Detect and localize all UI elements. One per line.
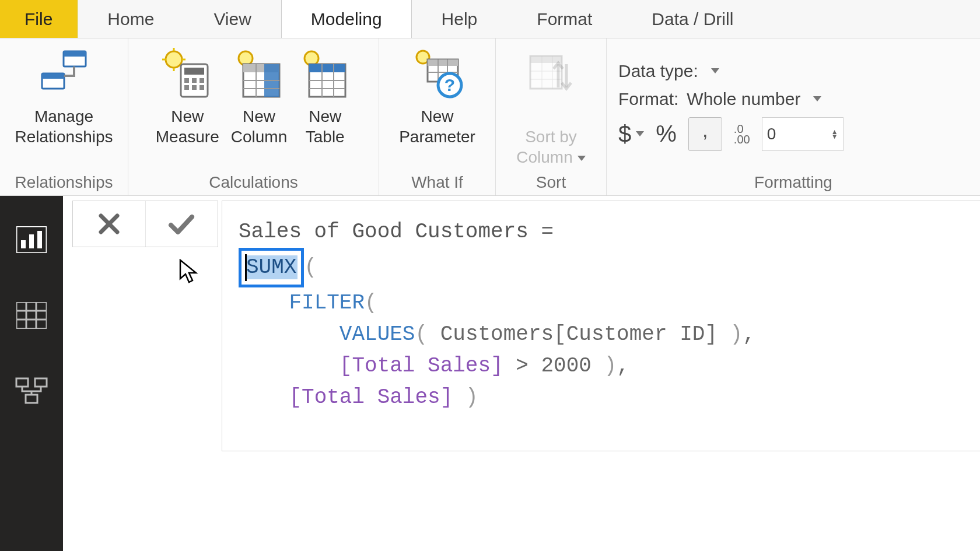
- column-icon: [233, 47, 285, 103]
- new-table-button[interactable]: New Table: [293, 44, 357, 147]
- model-icon: [15, 377, 48, 405]
- chevron-down-icon: [578, 156, 586, 161]
- svg-rect-1: [64, 51, 86, 57]
- formula-toolbar: [72, 201, 218, 247]
- new-column-label: New Column: [231, 106, 287, 147]
- new-column-button[interactable]: New Column: [225, 44, 293, 147]
- formula-editor[interactable]: Sales of Good Customers = SUMX( FILTER( …: [222, 201, 980, 451]
- svg-rect-26: [309, 64, 345, 72]
- new-parameter-label: New Parameter: [399, 106, 475, 147]
- selected-token: SUMX: [239, 248, 304, 287]
- parameter-icon: ?: [411, 47, 464, 103]
- relationships-icon: [37, 47, 90, 103]
- commit-formula-button[interactable]: [145, 201, 218, 247]
- tab-format[interactable]: Format: [507, 0, 622, 38]
- data-view-button[interactable]: [0, 295, 63, 336]
- svg-rect-46: [21, 240, 26, 248]
- tab-file[interactable]: File: [0, 0, 78, 38]
- thousands-separator-button[interactable]: ,: [688, 117, 722, 151]
- new-measure-label: New Measure: [156, 106, 219, 147]
- svg-rect-13: [200, 78, 204, 83]
- sort-by-column-button[interactable]: Sort by Column: [510, 44, 591, 167]
- measure-icon: [161, 47, 214, 103]
- ribbon-group-sort: Sort by Column Sort: [496, 38, 607, 195]
- chevron-down-icon: [636, 131, 644, 136]
- ribbon-group-formatting: Data type: Format: Whole number $ % , .0…: [607, 38, 980, 195]
- tab-help[interactable]: Help: [412, 0, 508, 38]
- decimal-places-icon: .0 .00: [734, 124, 750, 145]
- canvas-background-title: Iter: [104, 377, 217, 464]
- svg-rect-14: [184, 85, 189, 90]
- sort-icon: [524, 47, 577, 103]
- ribbon-group-relationships: Manage Relationships Relationships: [0, 38, 128, 195]
- bar-chart-icon: [16, 226, 47, 253]
- svg-text:?: ?: [444, 75, 454, 94]
- grid-icon: [16, 302, 47, 329]
- ribbon: Manage Relationships Relationships New M…: [0, 38, 980, 196]
- svg-rect-11: [184, 78, 189, 83]
- svg-rect-56: [26, 395, 37, 403]
- sort-by-column-label: Sort by Column: [516, 106, 585, 167]
- currency-format-button[interactable]: $: [618, 121, 644, 147]
- mouse-cursor-icon: [178, 259, 200, 285]
- view-rail: [0, 196, 63, 551]
- svg-rect-16: [200, 85, 204, 90]
- svg-rect-49: [16, 302, 47, 329]
- check-icon: [166, 210, 197, 238]
- table-icon: [299, 47, 351, 103]
- measure-ref-1: [Total Sales]: [340, 354, 503, 378]
- canvas-area: Iter Sales of Good Customers = SUMX( FIL…: [63, 196, 980, 551]
- new-table-label: New Table: [306, 106, 345, 147]
- tab-modeling[interactable]: Modeling: [281, 0, 412, 38]
- group-label-whatif: What If: [379, 171, 495, 195]
- decimal-places-value: 0: [767, 125, 776, 143]
- data-type-row: Data type:: [609, 59, 719, 87]
- svg-rect-15: [192, 85, 197, 90]
- svg-rect-55: [35, 378, 47, 387]
- currency-icon: $: [618, 121, 631, 147]
- cancel-formula-button[interactable]: [73, 201, 145, 247]
- svg-rect-3: [42, 73, 64, 79]
- group-label-formatting: Formatting: [607, 171, 980, 195]
- svg-rect-40: [530, 56, 562, 63]
- format-row: Format: Whole number: [609, 87, 821, 115]
- func-filter: FILTER: [289, 291, 365, 315]
- svg-point-4: [166, 51, 182, 68]
- tab-data-drill[interactable]: Data / Drill: [622, 0, 763, 38]
- format-value[interactable]: Whole number: [687, 89, 800, 109]
- tab-home[interactable]: Home: [78, 0, 184, 38]
- chevron-down-icon[interactable]: [711, 68, 719, 73]
- measure-ref-2: [Total Sales]: [289, 385, 453, 409]
- workspace: Iter Sales of Good Customers = SUMX( FIL…: [0, 196, 980, 551]
- ribbon-group-calculations: New Measure New Column: [128, 38, 379, 195]
- svg-point-17: [239, 51, 253, 65]
- new-measure-button[interactable]: New Measure: [150, 44, 225, 147]
- spinner-arrows-icon[interactable]: ▲▼: [831, 129, 838, 139]
- tab-view[interactable]: View: [184, 0, 281, 38]
- data-type-label: Data type:: [618, 61, 698, 81]
- percent-format-button[interactable]: %: [656, 121, 677, 147]
- model-view-button[interactable]: [0, 371, 63, 412]
- report-view-button[interactable]: [0, 219, 63, 260]
- manage-relationships-label: Manage Relationships: [15, 106, 113, 147]
- manage-relationships-button[interactable]: Manage Relationships: [9, 44, 118, 147]
- svg-point-24: [304, 51, 318, 65]
- group-label-calculations: Calculations: [128, 171, 379, 195]
- close-icon: [95, 210, 123, 238]
- svg-rect-12: [192, 78, 197, 83]
- svg-rect-47: [29, 234, 34, 248]
- measure-name: Sales of Good Customers: [239, 220, 528, 244]
- ribbon-tab-strip: File Home View Modeling Help Format Data…: [0, 0, 980, 38]
- format-label: Format:: [618, 89, 678, 109]
- ribbon-group-whatif: ? New Parameter What If: [379, 38, 496, 195]
- svg-rect-48: [37, 231, 42, 248]
- func-values: VALUES: [340, 322, 415, 346]
- group-label-relationships: Relationships: [0, 171, 128, 195]
- svg-rect-33: [428, 59, 458, 66]
- svg-rect-10: [184, 68, 204, 75]
- svg-rect-54: [16, 378, 28, 387]
- new-parameter-button[interactable]: ? New Parameter: [393, 44, 481, 147]
- decimal-places-input[interactable]: 0 ▲▼: [762, 117, 844, 151]
- chevron-down-icon[interactable]: [813, 96, 821, 101]
- group-label-sort: Sort: [496, 171, 606, 195]
